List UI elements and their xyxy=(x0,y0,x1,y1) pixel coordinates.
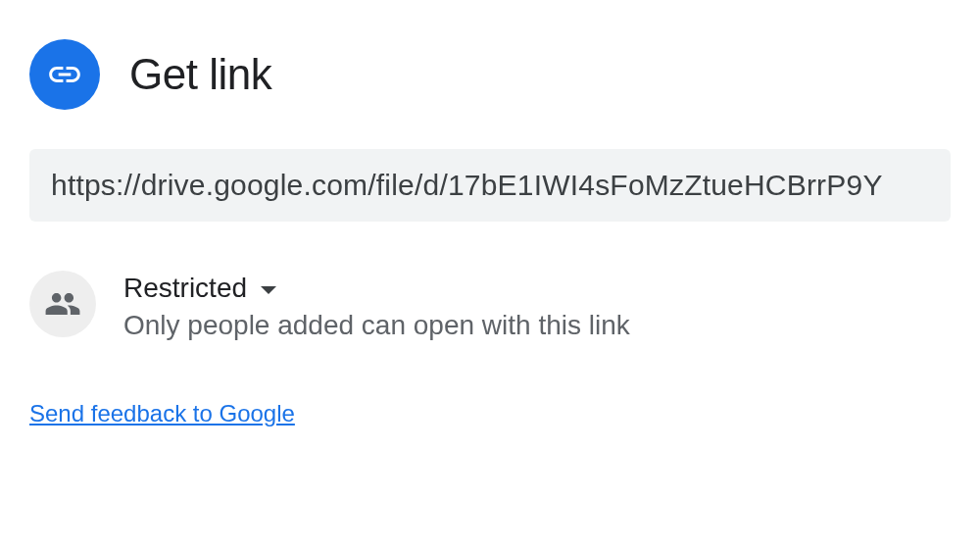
dialog-header: Get link xyxy=(29,39,951,110)
people-icon xyxy=(29,271,96,337)
access-level-dropdown[interactable]: Restricted xyxy=(123,273,630,304)
share-url-field[interactable]: https://drive.google.com/file/d/17bE1IWI… xyxy=(29,149,951,222)
dialog-title: Get link xyxy=(129,50,271,99)
access-description: Only people added can open with this lin… xyxy=(123,310,630,341)
chevron-down-icon xyxy=(261,286,276,294)
access-level-label: Restricted xyxy=(123,273,247,304)
link-icon xyxy=(29,39,100,110)
access-row: Restricted Only people added can open wi… xyxy=(29,271,951,341)
send-feedback-link[interactable]: Send feedback to Google xyxy=(29,400,295,426)
